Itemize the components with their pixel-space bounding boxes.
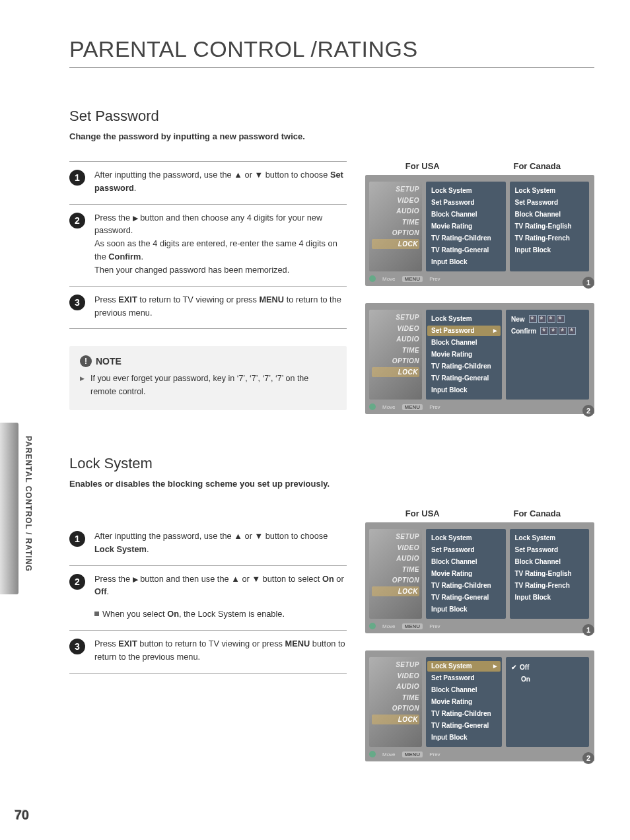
- tv-region-headers: For USA For Canada: [365, 161, 594, 171]
- step-1: 1 After inputting the password, use the …: [69, 523, 347, 566]
- arrow-up-icon: [234, 530, 242, 543]
- header-canada: For Canada: [480, 161, 595, 171]
- header-usa: For USA: [365, 508, 480, 518]
- manual-page: PARENTAL CONTROL / RATING 70 PARENTAL CO…: [0, 0, 630, 840]
- tv-screenshot-ls-1: SETUP VIDEO AUDIO TIME OPTION LOCK Lock …: [365, 522, 594, 633]
- tv-footer: Move MENUPrev: [369, 275, 589, 282]
- tv-sidebar: SETUP VIDEO AUDIO TIME OPTION LOCK: [369, 529, 422, 619]
- step-2: 2 Press the button and then use the or b…: [69, 566, 347, 631]
- screenshot-badge-1: 1: [582, 624, 594, 636]
- tv-footer: Move MENUPrev: [369, 403, 589, 410]
- move-icon: [369, 623, 376, 629]
- arrow-down-icon: [254, 530, 263, 543]
- arrow-right-icon: [133, 211, 138, 225]
- side-tab-decoration: [0, 423, 18, 594]
- square-bullet-icon: [94, 612, 99, 616]
- tv-menu-usa-selected: Lock System Set Password Block Channel M…: [426, 310, 502, 400]
- check-icon: ✔: [511, 662, 516, 673]
- page-number: 70: [15, 808, 29, 823]
- tv-footer: Move MENUPrev: [369, 623, 589, 629]
- arrow-up-icon: [231, 573, 240, 586]
- arrow-right-icon: [133, 573, 138, 586]
- tv-menu-usa: Lock System Set Password Block Channel M…: [426, 182, 506, 271]
- tv-sidebar: SETUP VIDEO AUDIO TIME OPTION LOCK: [369, 182, 422, 271]
- header-canada: For Canada: [480, 508, 595, 518]
- step-3-text: Press EXIT to return to TV viewing or pr…: [94, 293, 347, 320]
- move-icon: [369, 751, 376, 757]
- step-1-text: After inputting the password, use the or…: [94, 168, 347, 195]
- screenshot-badge-1: 1: [582, 277, 594, 289]
- step-badge-1: 1: [69, 170, 85, 186]
- note-box: ! NOTE If you ever forget your password,…: [69, 346, 347, 410]
- page-title: PARENTAL CONTROL /RATINGS: [69, 36, 597, 62]
- note-heading: ! NOTE: [80, 355, 336, 367]
- step-badge-2: 2: [69, 213, 85, 228]
- tv-footer: Move MENUPrev: [369, 751, 589, 757]
- step-1: 1 After inputting the password, use the …: [69, 161, 347, 205]
- note-body: If you ever forget your password, key in…: [80, 372, 336, 398]
- tv-sidebar: SETUP VIDEO AUDIO TIME OPTION LOCK: [369, 310, 422, 400]
- note-exclaim-icon: !: [80, 355, 92, 367]
- ls-step-3-text: Press EXIT button to return to TV viewin…: [94, 637, 347, 664]
- section-lock-system: Lock System Enables or disables the bloc…: [69, 455, 594, 779]
- lock-system-screenshots: For USA For Canada SETUP VIDEO AUDIO TIM…: [365, 508, 594, 779]
- arrow-down-icon: [254, 168, 263, 182]
- set-password-steps: 1 After inputting the password, use the …: [69, 161, 347, 410]
- tv-menu-usa-selected: Lock System Set Password Block Channel M…: [426, 657, 502, 747]
- move-icon: [369, 275, 376, 282]
- step-3: 3 Press EXIT to return to TV viewing or …: [69, 287, 347, 330]
- step-3: 3 Press EXIT button to return to TV view…: [69, 631, 347, 674]
- tv-menu-canada: Lock System Set Password Block Channel T…: [510, 182, 590, 271]
- tv-screenshot-sp-1: SETUP VIDEO AUDIO TIME OPTION LOCK Lock …: [365, 175, 594, 286]
- title-underline: [69, 67, 594, 68]
- screenshot-badge-2: 2: [582, 752, 594, 764]
- lock-system-subtitle: Enables or disables the blocking scheme …: [69, 479, 594, 489]
- header-usa: For USA: [365, 161, 480, 171]
- tv-screenshot-ls-2: SETUP VIDEO AUDIO TIME OPTION LOCK Lock …: [365, 650, 594, 761]
- tv-screenshot-sp-2: SETUP VIDEO AUDIO TIME OPTION LOCK Lock …: [365, 303, 594, 414]
- ls-step-1-text: After inputting the password, use the or…: [94, 530, 347, 556]
- step-badge-3: 3: [69, 295, 85, 310]
- ls-step-2-text: Press the button and then use the or but…: [94, 573, 347, 621]
- step-badge-3: 3: [69, 639, 85, 654]
- tv-menu-canada: Lock System Set Password Block Channel T…: [510, 529, 590, 619]
- tv-onoff-options: ✔Off On: [506, 657, 589, 747]
- set-password-screenshots: For USA For Canada SETUP VIDEO AUDIO TIM…: [365, 161, 594, 431]
- arrow-up-icon: [234, 168, 242, 182]
- step-2: 2 Press the button and then choose any 4…: [69, 205, 347, 287]
- move-icon: [369, 403, 376, 410]
- step-badge-2: 2: [69, 574, 85, 590]
- lock-system-title: Lock System: [69, 455, 594, 472]
- screenshot-badge-2: 2: [582, 405, 594, 417]
- side-section-label: PARENTAL CONTROL / RATING: [24, 436, 33, 572]
- step-2-text: Press the button and then choose any 4 d…: [94, 211, 347, 277]
- set-password-title: Set Password: [69, 108, 594, 125]
- tv-region-headers: For USA For Canada: [365, 508, 594, 518]
- tv-menu-usa: Lock System Set Password Block Channel M…: [426, 529, 506, 619]
- lock-system-steps: 1 After inputting the password, use the …: [69, 508, 347, 674]
- set-password-subtitle: Change the password by inputting a new p…: [69, 131, 594, 141]
- tv-password-entry: New Confirm: [506, 310, 589, 400]
- tv-sidebar: SETUP VIDEO AUDIO TIME OPTION LOCK: [369, 657, 422, 747]
- arrow-down-icon: [252, 573, 260, 586]
- step-badge-1: 1: [69, 531, 85, 547]
- section-set-password: Set Password Change the password by inpu…: [69, 108, 594, 431]
